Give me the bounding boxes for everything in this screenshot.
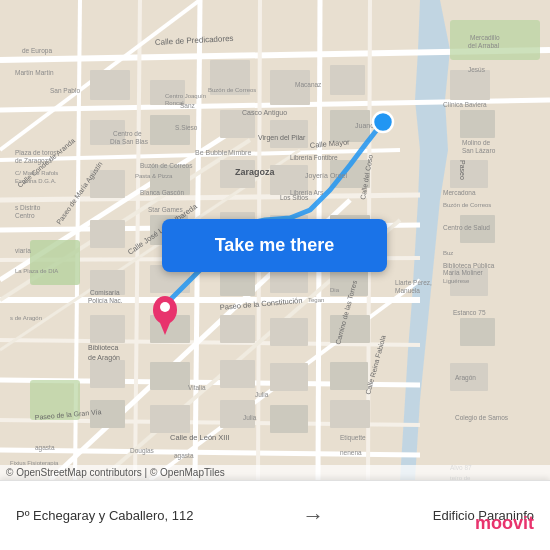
svg-text:Zaragoza: Zaragoza [235, 167, 276, 177]
svg-text:Jesús: Jesús [468, 66, 486, 73]
svg-text:Colegio de Samos: Colegio de Samos [455, 414, 509, 422]
svg-text:Macanaz: Macanaz [295, 81, 322, 88]
bottom-navigation-bar: Pº Echegaray y Caballero, 112 → Edificio… [0, 480, 550, 550]
svg-rect-61 [150, 405, 190, 433]
svg-rect-50 [90, 315, 125, 343]
svg-text:Centro: Centro [15, 212, 35, 219]
svg-text:Centro de: Centro de [113, 130, 142, 137]
svg-text:Buz: Buz [443, 250, 453, 256]
svg-text:agasta: agasta [174, 452, 194, 460]
copyright-bar: © OpenStreetMap contributors | © OpenMap… [0, 465, 550, 480]
svg-text:Virgen del Pilar: Virgen del Pilar [258, 134, 306, 142]
svg-text:s Distrito: s Distrito [15, 204, 41, 211]
svg-text:Casco Antiguo: Casco Antiguo [242, 109, 287, 117]
from-location: Pº Echegaray y Caballero, 112 [16, 508, 193, 523]
svg-text:Manuela: Manuela [395, 287, 420, 294]
svg-rect-25 [90, 70, 130, 100]
svg-rect-58 [270, 363, 308, 391]
svg-text:Buzón de Correos: Buzón de Correos [140, 162, 193, 169]
svg-text:Julia: Julia [243, 414, 257, 421]
svg-text:viaría: viaría [15, 247, 31, 254]
svg-text:Clínica Baviera: Clínica Baviera [443, 101, 487, 108]
svg-text:Be Bubble: Be Bubble [195, 149, 227, 156]
svg-rect-57 [220, 360, 255, 388]
svg-text:agasta: agasta [35, 444, 55, 452]
svg-rect-59 [330, 362, 368, 390]
svg-text:C/ Madre Rafols: C/ Madre Rafols [15, 170, 58, 176]
svg-text:Dia: Dia [330, 287, 340, 293]
svg-text:Etiquette: Etiquette [340, 434, 366, 442]
svg-text:Comisaría: Comisaría [90, 289, 120, 296]
svg-rect-56 [150, 362, 190, 390]
svg-text:Librería Ars: Librería Ars [290, 189, 324, 196]
svg-text:Policía Nac.: Policía Nac. [88, 297, 123, 304]
svg-rect-32 [330, 65, 365, 95]
svg-text:Vitalia: Vitalia [188, 384, 206, 391]
svg-text:Mimbre: Mimbre [228, 149, 251, 156]
svg-rect-55 [90, 360, 125, 388]
arrow-right-icon: → [302, 503, 324, 529]
svg-rect-53 [270, 318, 308, 346]
svg-text:Blanca Gascón: Blanca Gascón [140, 189, 184, 196]
svg-text:s de Aragón: s de Aragón [10, 315, 42, 321]
svg-text:Centro de Salud: Centro de Salud [443, 224, 490, 231]
svg-text:de Europa: de Europa [22, 47, 52, 55]
svg-text:Mercadillo: Mercadillo [470, 34, 500, 41]
svg-text:Roncal: Roncal [165, 100, 184, 106]
svg-text:Esquina D.G.A.: Esquina D.G.A. [15, 178, 57, 184]
svg-text:San Lázaro: San Lázaro [462, 147, 496, 154]
svg-text:Julia: Julia [255, 391, 269, 398]
svg-text:Paseo: Paseo [459, 160, 466, 180]
svg-rect-40 [90, 220, 125, 248]
svg-text:Buzón de Correos: Buzón de Correos [208, 87, 256, 93]
svg-rect-47 [220, 268, 255, 296]
moovit-brand-name: moovit [475, 513, 534, 534]
svg-text:Estanco 75: Estanco 75 [453, 309, 486, 316]
svg-text:Centro Joaquín: Centro Joaquín [165, 93, 206, 99]
svg-rect-63 [270, 405, 308, 433]
svg-text:del Arrabal: del Arrabal [468, 42, 500, 49]
svg-rect-64 [330, 400, 370, 428]
svg-text:Tegan: Tegan [308, 297, 324, 303]
svg-text:Librería Fontibre: Librería Fontibre [290, 154, 338, 161]
take-me-there-button[interactable]: Take me there [162, 219, 387, 272]
from-label: Pº Echegaray y Caballero, 112 [16, 508, 193, 523]
svg-text:Martín Martín: Martín Martín [15, 69, 54, 76]
svg-text:Star Games: Star Games [148, 206, 183, 213]
svg-rect-52 [220, 315, 255, 343]
svg-text:Pasta & Pizza: Pasta & Pizza [135, 173, 173, 179]
svg-rect-72 [30, 240, 80, 285]
map-container: Calle de Predicadores Calle Conde de Ara… [0, 0, 550, 480]
svg-text:San Pablo: San Pablo [50, 87, 80, 94]
moovit-logo: moovit [475, 513, 534, 534]
svg-text:Día San Blas: Día San Blas [110, 138, 149, 145]
svg-text:Mercadona: Mercadona [443, 189, 476, 196]
svg-text:Liguérese: Liguérese [443, 278, 470, 284]
svg-text:Douglas: Douglas [130, 447, 155, 455]
svg-point-160 [373, 112, 393, 132]
svg-rect-67 [450, 160, 488, 188]
svg-text:Aragón: Aragón [455, 374, 476, 382]
svg-text:La Plaza de DIA: La Plaza de DIA [15, 268, 58, 274]
svg-rect-65 [450, 70, 490, 100]
svg-text:Buzón de Correos: Buzón de Correos [443, 202, 491, 208]
svg-text:Biblioteca Pública: Biblioteca Pública [443, 262, 495, 269]
svg-text:Plaza de toros: Plaza de toros [15, 149, 57, 156]
svg-rect-66 [460, 110, 495, 138]
copyright-text: © OpenStreetMap contributors | © OpenMap… [6, 467, 225, 478]
svg-point-163 [160, 302, 170, 312]
svg-text:Joyería Oroel: Joyería Oroel [305, 172, 347, 180]
svg-text:María Moliner: María Moliner [443, 269, 484, 276]
svg-text:de Zaragoza: de Zaragoza [15, 157, 52, 165]
svg-text:Llarte Pérez,: Llarte Pérez, [395, 279, 432, 286]
svg-rect-70 [460, 318, 495, 346]
svg-text:S.Sieso: S.Sieso [175, 124, 198, 131]
svg-text:Calle de León XIII: Calle de León XIII [170, 433, 230, 442]
svg-text:Biblioteca: Biblioteca [88, 344, 118, 351]
svg-text:de Aragón: de Aragón [88, 354, 120, 362]
svg-text:nenena: nenena [340, 449, 362, 456]
svg-text:Molino de: Molino de [462, 139, 491, 146]
